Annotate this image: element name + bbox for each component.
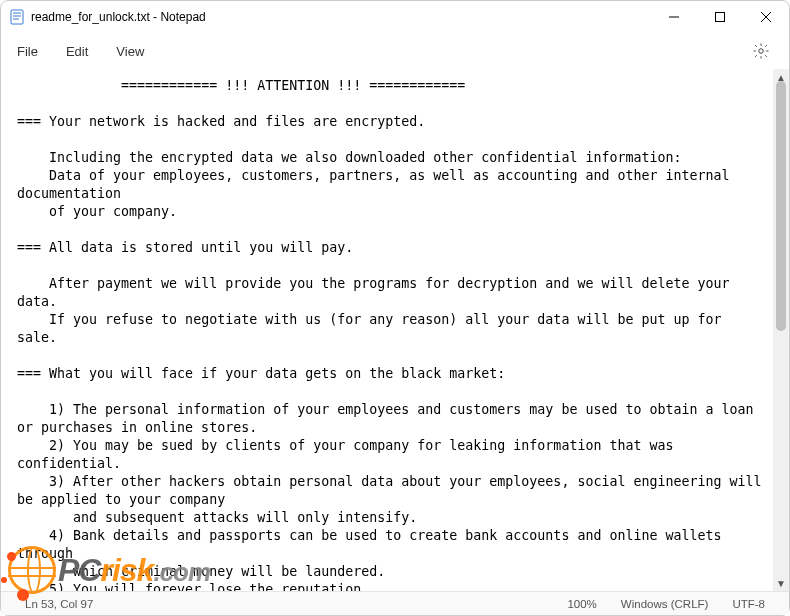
window-controls	[651, 1, 789, 33]
text-content[interactable]: ============ !!! ATTENTION !!! =========…	[1, 69, 773, 591]
menu-view[interactable]: View	[102, 38, 158, 65]
svg-rect-0	[11, 10, 23, 24]
status-zoom[interactable]: 100%	[555, 598, 608, 610]
menu-edit[interactable]: Edit	[52, 38, 102, 65]
maximize-button[interactable]	[697, 1, 743, 33]
vertical-scrollbar[interactable]: ▲ ▼	[773, 69, 789, 591]
scroll-thumb[interactable]	[776, 81, 786, 331]
settings-button[interactable]	[745, 35, 777, 67]
menu-file[interactable]: File	[3, 38, 52, 65]
svg-rect-5	[716, 13, 725, 22]
status-line-ending[interactable]: Windows (CRLF)	[609, 598, 721, 610]
statusbar: Ln 53, Col 97 100% Windows (CRLF) UTF-8	[1, 591, 789, 615]
window-title: readme_for_unlock.txt - Notepad	[31, 10, 651, 24]
status-position: Ln 53, Col 97	[13, 598, 105, 610]
editor-area: ============ !!! ATTENTION !!! =========…	[1, 69, 789, 591]
notepad-window: readme_for_unlock.txt - Notepad File Edi…	[0, 0, 790, 616]
menubar: File Edit View	[1, 33, 789, 69]
scroll-down-arrow[interactable]: ▼	[773, 575, 789, 591]
titlebar[interactable]: readme_for_unlock.txt - Notepad	[1, 1, 789, 33]
close-button[interactable]	[743, 1, 789, 33]
notepad-icon	[9, 9, 25, 25]
status-encoding[interactable]: UTF-8	[720, 598, 777, 610]
minimize-button[interactable]	[651, 1, 697, 33]
svg-point-8	[759, 49, 764, 54]
